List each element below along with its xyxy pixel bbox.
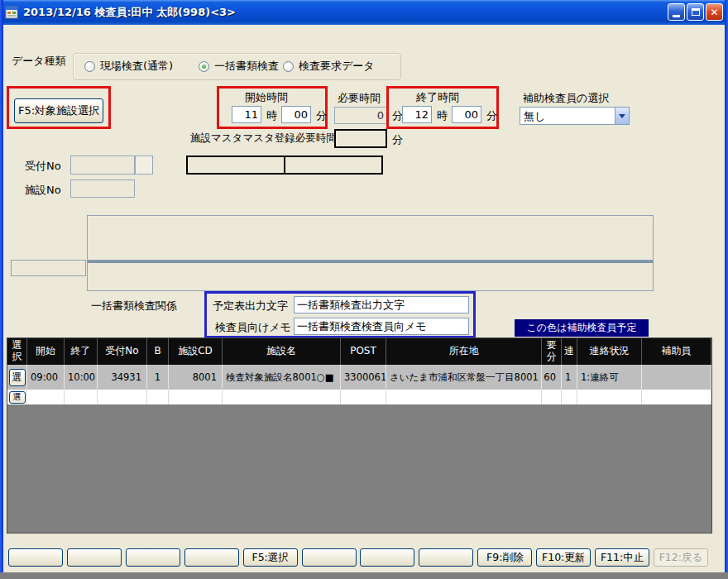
start-minute-unit: 分: [316, 108, 327, 123]
inspector-memo-label: 検査員向けメモ: [215, 320, 291, 335]
cell-address: さいたま市浦和区常盤一丁目8001: [386, 365, 542, 390]
col-header-facility-cd: 施設CD: [169, 338, 223, 365]
cell-contact: [577, 390, 642, 404]
table-header-row: 選択 開始 終了 受付No B 施設CD 施設名 POST 所在地 要分 連 連…: [7, 338, 711, 365]
radio-label: 現場検査(通常): [100, 59, 173, 74]
cell-address: [386, 390, 542, 404]
start-hour-unit: 時: [266, 108, 277, 123]
cell-b: [147, 390, 169, 404]
start-time-label: 開始時間: [245, 90, 288, 105]
cell-facility-name: [223, 390, 341, 404]
col-header-address: 所在地: [386, 338, 542, 365]
titlebar: 2013/12/16 検査員:田中 太郎(998)<3> ✕: [0, 0, 728, 25]
end-minute-input[interactable]: [452, 106, 481, 123]
reception-no-label: 受付No: [25, 159, 61, 174]
reception-no-input[interactable]: [70, 156, 153, 175]
app-window: 2013/12/16 検査員:田中 太郎(998)<3> ✕ データ種類 現場検…: [0, 0, 728, 579]
function-button-7[interactable]: [360, 548, 414, 567]
detail-panel-lower: [87, 261, 654, 291]
minimize-button[interactable]: [668, 3, 685, 21]
cell-reception-no: [98, 390, 147, 404]
function-button-8[interactable]: [419, 548, 473, 567]
end-minute-unit: 分: [486, 108, 497, 123]
cell-start: 09:00: [27, 365, 65, 390]
function-button-1[interactable]: [8, 548, 63, 567]
cell-end: 10:00: [65, 365, 98, 390]
col-header-reception-no: 受付No: [98, 338, 147, 365]
maximize-icon: [692, 8, 700, 16]
master-required-time-input[interactable]: [334, 129, 387, 148]
cell-ren: 1: [562, 365, 577, 390]
cell-b: 1: [147, 365, 169, 390]
dropdown-button[interactable]: [615, 108, 629, 124]
target-facility-select-button[interactable]: F5:対象施設選択: [14, 98, 103, 123]
window-border-right: [725, 0, 728, 579]
radio-icon: [283, 61, 294, 72]
table-row: 選 09:00 10:00 34931 1 8001 検査対象施設名8001○■…: [7, 365, 711, 390]
schedule-table: 選択 開始 終了 受付No B 施設CD 施設名 POST 所在地 要分 連 連…: [7, 337, 712, 534]
cell-post: 3300061: [341, 365, 386, 390]
end-hour-input[interactable]: [402, 106, 432, 123]
assistant-select-label: 補助検査員の選択: [523, 91, 609, 106]
col-header-end: 終了: [65, 338, 98, 365]
function-button-6[interactable]: [302, 548, 357, 567]
assistant-select-dropdown[interactable]: 無し: [520, 107, 630, 125]
row-select-button[interactable]: 選: [9, 391, 26, 404]
start-hour-input[interactable]: [232, 106, 261, 123]
batch-section-label: 一括書類検査関係: [91, 299, 177, 313]
master-required-time-unit: 分: [392, 132, 403, 147]
close-icon: ✕: [710, 7, 718, 18]
col-header-facility-name: 施設名: [223, 338, 341, 365]
radio-icon: [199, 61, 209, 72]
window-border-left: [0, 0, 3, 579]
col-header-assistant: 補助員: [642, 338, 711, 365]
chevron-down-icon: [619, 114, 625, 118]
f5-select-button[interactable]: F5:選択: [243, 548, 298, 567]
cell-end: [65, 390, 98, 404]
facility-no-input[interactable]: [70, 179, 135, 198]
required-time-input: [334, 107, 387, 124]
minimize-icon: [673, 15, 680, 17]
start-minute-input[interactable]: [281, 106, 311, 123]
radio-label: 一括書類検査: [214, 59, 279, 74]
cell-assistant: [642, 390, 711, 404]
row-select-button[interactable]: 選: [9, 369, 26, 386]
close-button[interactable]: ✕: [706, 3, 723, 21]
app-icon: [5, 6, 18, 19]
window-title: 2013/12/16 検査員:田中 太郎(998)<3>: [23, 5, 236, 20]
reception-no-sub-segment: [134, 156, 152, 174]
col-header-select: 選択: [7, 338, 27, 365]
cell-post: [341, 390, 386, 404]
schedule-output-input[interactable]: [294, 296, 469, 313]
cell-contact: 1:連絡可: [577, 365, 642, 390]
f12-back-button: F12:戻る: [654, 548, 708, 567]
assistant-select-value: 無し: [520, 108, 615, 124]
radio-kensa-yokyu[interactable]: 検査要求データ: [283, 59, 375, 74]
f10-update-button[interactable]: F10:更新: [536, 548, 591, 567]
maximize-button[interactable]: [687, 3, 704, 21]
cell-facility-name: 検査対象施設名8001○■: [223, 365, 341, 390]
reception-display-right: [285, 157, 381, 173]
f11-cancel-button[interactable]: F11:中止: [595, 548, 649, 567]
radio-label: 検査要求データ: [299, 59, 375, 74]
end-hour-unit: 時: [437, 108, 448, 123]
function-button-bar: F5:選択 F9:削除 F10:更新 F11:中止 F12:戻る: [8, 548, 708, 567]
function-button-4[interactable]: [184, 548, 239, 567]
radio-genba-kensa[interactable]: 現場検査(通常): [84, 59, 173, 74]
col-header-post: POST: [341, 338, 386, 365]
function-button-2[interactable]: [67, 548, 122, 567]
function-button-3[interactable]: [126, 548, 180, 567]
col-header-contact: 連絡状況: [577, 338, 642, 365]
inspector-memo-input[interactable]: [294, 318, 469, 335]
cell-facility-cd: [169, 390, 223, 404]
radio-ikkatsu-shorui[interactable]: 一括書類検査: [199, 59, 279, 74]
schedule-output-label: 予定表出力文字: [213, 299, 288, 313]
col-header-ren: 連: [562, 338, 577, 365]
cell-reception-no: 34931: [98, 365, 147, 390]
cell-facility-cd: 8001: [169, 365, 223, 390]
f9-delete-button[interactable]: F9:削除: [477, 548, 532, 567]
cell-start: [27, 390, 65, 404]
cell-assistant: [642, 365, 711, 390]
col-header-start: 開始: [27, 338, 65, 365]
required-time-label: 必要時間: [338, 91, 381, 106]
